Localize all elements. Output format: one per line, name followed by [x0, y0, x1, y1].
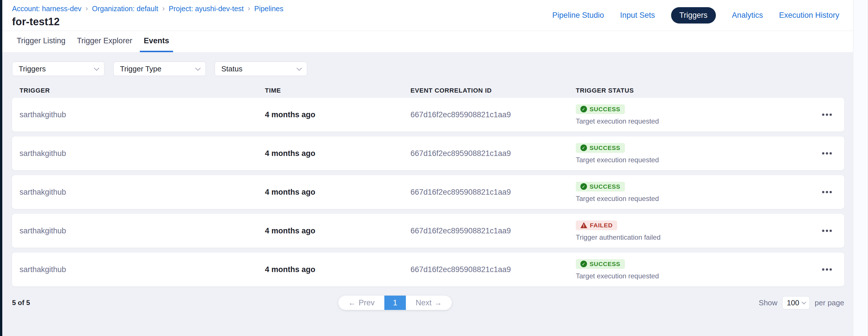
- event-time: 4 months ago: [265, 149, 410, 158]
- chevron-down-icon: [297, 65, 302, 70]
- nav-analytics[interactable]: Analytics: [732, 11, 763, 20]
- page-size-control: Show 100 per page: [485, 296, 844, 309]
- breadcrumb: Account: harness-dev › Organization: def…: [12, 5, 283, 13]
- triggers-filter-label: Triggers: [19, 65, 45, 73]
- column-header-time: TIME: [265, 87, 410, 94]
- event-rows: sarthakgithub 4 months ago 667d16f2ec895…: [12, 98, 844, 287]
- per-page-label: per page: [815, 298, 844, 307]
- event-time: 4 months ago: [265, 265, 410, 274]
- arrow-right-icon: →: [435, 299, 442, 306]
- breadcrumb-organization-link[interactable]: Organization: default: [92, 5, 158, 13]
- trigger-status-cell: ✓ ! SUCCESS Target execution requested: [576, 143, 817, 164]
- trigger-type-filter-label: Trigger Type: [120, 65, 162, 73]
- status-message: Trigger authentication failed: [576, 233, 660, 241]
- prev-page-button[interactable]: ← Prev: [338, 296, 384, 310]
- tab-events[interactable]: Events: [140, 31, 174, 52]
- check-circle-icon: ✓: [580, 106, 587, 112]
- nav-execution-history[interactable]: Execution History: [779, 11, 839, 20]
- trigger-status-cell: ✓ ! SUCCESS Target execution requested: [576, 182, 817, 203]
- trigger-tabbar: Trigger Listing Trigger Explorer Events: [2, 31, 853, 53]
- chevron-down-icon: [195, 65, 200, 70]
- breadcrumb-account-link[interactable]: Account: harness-dev: [12, 5, 82, 13]
- status-label: SUCCESS: [590, 261, 620, 267]
- table-row[interactable]: sarthakgithub 4 months ago 667d16f2ec895…: [12, 175, 844, 209]
- chevron-right-icon: ›: [248, 5, 250, 12]
- page-size-value: 100: [787, 298, 799, 307]
- table-header: TRIGGER TIME EVENT CORRELATION ID TRIGGE…: [12, 83, 844, 98]
- status-message: Target execution requested: [576, 195, 659, 203]
- events-content: Triggers Trigger Type Status TRIGGER TIM…: [2, 53, 853, 310]
- scrollbar[interactable]: [853, 0, 868, 336]
- event-time: 4 months ago: [265, 188, 410, 197]
- status-badge: ✓ ! SUCCESS: [576, 259, 625, 269]
- page: Account: harness-dev › Organization: def…: [2, 0, 853, 336]
- pipeline-nav: Pipeline Studio Input Sets Triggers Anal…: [552, 0, 839, 31]
- chevron-down-icon: [94, 65, 99, 70]
- table-row[interactable]: sarthakgithub 4 months ago 667d16f2ec895…: [12, 136, 844, 170]
- event-correlation-id: 667d16f2ec895908821c1aa9: [410, 110, 576, 119]
- trigger-name: sarthakgithub: [20, 188, 265, 197]
- event-correlation-id: 667d16f2ec895908821c1aa9: [410, 149, 576, 158]
- check-circle-icon: ✓: [580, 183, 587, 190]
- status-badge: ✓ ! SUCCESS: [576, 182, 625, 192]
- status-label: SUCCESS: [590, 144, 620, 152]
- status-filter-dropdown[interactable]: Status: [215, 62, 307, 76]
- nav-input-sets[interactable]: Input Sets: [620, 11, 655, 20]
- status-badge: ✓ ! FAILED: [576, 221, 617, 230]
- trigger-status-cell: ✓ ! SUCCESS Target execution requested: [576, 104, 817, 125]
- status-label: SUCCESS: [590, 183, 620, 190]
- status-badge: ✓ ! SUCCESS: [576, 104, 625, 114]
- result-count: 5 of 5: [12, 299, 371, 307]
- breadcrumb-pipelines-link[interactable]: Pipelines: [254, 5, 283, 13]
- chevron-right-icon: ›: [162, 5, 165, 12]
- chevron-down-icon: [801, 300, 806, 304]
- event-time: 4 months ago: [265, 227, 410, 235]
- table-row[interactable]: sarthakgithub 4 months ago 667d16f2ec895…: [12, 253, 844, 287]
- nav-triggers[interactable]: Triggers: [671, 7, 716, 24]
- pagination: ← Prev 1 Next →: [338, 296, 452, 310]
- trigger-name: sarthakgithub: [20, 265, 265, 274]
- nav-pipeline-studio[interactable]: Pipeline Studio: [552, 11, 604, 20]
- next-label: Next: [415, 298, 432, 307]
- row-menu-button[interactable]: [818, 186, 836, 198]
- status-message: Target execution requested: [576, 117, 659, 125]
- column-header-trigger: TRIGGER: [20, 87, 265, 94]
- status-badge: ✓ ! SUCCESS: [576, 143, 625, 153]
- event-correlation-id: 667d16f2ec895908821c1aa9: [410, 265, 576, 274]
- status-filter-label: Status: [221, 65, 243, 73]
- page-size-dropdown[interactable]: 100: [782, 296, 810, 309]
- status-message: Target execution requested: [576, 272, 659, 280]
- page-header: Account: harness-dev › Organization: def…: [2, 0, 853, 31]
- pagination-footer: 5 of 5 ← Prev 1 Next → Show 100 per page: [12, 296, 844, 310]
- event-time: 4 months ago: [265, 110, 410, 119]
- row-menu-button[interactable]: [818, 148, 836, 159]
- status-label: SUCCESS: [590, 106, 620, 113]
- prev-label: Prev: [359, 298, 375, 307]
- collapsed-side-nav-edge[interactable]: [0, 0, 2, 336]
- next-page-button[interactable]: Next →: [406, 296, 452, 310]
- triggers-filter-dropdown[interactable]: Triggers: [12, 62, 104, 76]
- header-left: Account: harness-dev › Organization: def…: [12, 0, 283, 31]
- row-menu-button[interactable]: [818, 264, 836, 275]
- current-page-button[interactable]: 1: [384, 296, 406, 310]
- trigger-status-cell: ✓ ! SUCCESS Target execution requested: [576, 259, 817, 280]
- table-row[interactable]: sarthakgithub 4 months ago 667d16f2ec895…: [12, 98, 844, 132]
- row-menu-button[interactable]: [818, 109, 836, 121]
- check-circle-icon: ✓: [580, 261, 587, 267]
- check-circle-icon: ✓: [580, 144, 587, 151]
- arrow-left-icon: ←: [348, 299, 355, 306]
- column-header-trigger-status: TRIGGER STATUS: [576, 87, 817, 94]
- trigger-status-cell: ✓ ! FAILED Trigger authentication failed: [576, 221, 817, 241]
- status-message: Target execution requested: [576, 156, 659, 164]
- chevron-right-icon: ›: [86, 5, 88, 12]
- row-menu-button[interactable]: [818, 225, 836, 237]
- tab-trigger-listing[interactable]: Trigger Listing: [12, 31, 69, 52]
- warning-triangle-icon: !: [580, 222, 587, 228]
- column-header-correlation-id: EVENT CORRELATION ID: [410, 87, 576, 94]
- tab-trigger-explorer[interactable]: Trigger Explorer: [73, 31, 136, 52]
- status-label: FAILED: [590, 222, 613, 229]
- trigger-type-filter-dropdown[interactable]: Trigger Type: [113, 62, 206, 76]
- page-title: for-test12: [12, 16, 283, 28]
- table-row[interactable]: sarthakgithub 4 months ago 667d16f2ec895…: [12, 214, 844, 248]
- breadcrumb-project-link[interactable]: Project: ayushi-dev-test: [169, 5, 244, 13]
